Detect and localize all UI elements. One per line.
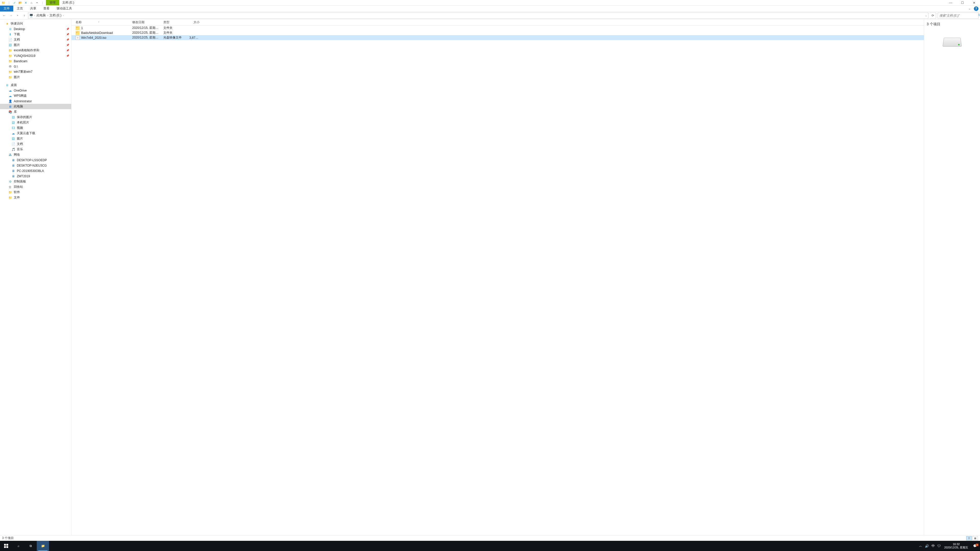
col-name[interactable]: 名称 ⌃ [72,20,128,24]
view-icons-button[interactable]: ▦ [972,536,978,540]
sidebar-item-documents[interactable]: 📄文档📌 [0,37,71,42]
search-icon[interactable]: 🔍 [978,14,980,17]
table-row[interactable]: 📁12020/12/15, 星期二 1...文件夹 [72,25,924,30]
videos-icon: 🎞 [11,126,15,130]
search-box[interactable]: 🔍 [938,13,978,19]
sidebar-item-gdrive[interactable]: ⛃G:\ [0,64,71,69]
pin-icon: 📌 [66,54,69,57]
crumb-this-pc[interactable]: 此电脑 [36,13,46,17]
sidebar-item-this-pc[interactable]: 🖥此电脑 [0,104,71,109]
refresh-button[interactable]: ⟳ [929,13,936,19]
folder-icon: 📁 [8,59,12,63]
taskbar-clock[interactable]: 16:32 2020/12/25, 星期五 [943,543,970,549]
sidebar-desktop-root[interactable]: 🖥桌面 [0,83,71,88]
nav-up-button[interactable]: ↑ [21,13,27,18]
sidebar-item-pictures2[interactable]: 📁图片 [0,75,71,80]
sidebar-item-excel[interactable]: 📁excel表格制作求和📌 [0,48,71,53]
folder-icon: 📁 [76,31,80,35]
ribbon-context-tab-manage[interactable]: 管理 [46,0,59,5]
sidebar-quick-access[interactable]: ★快速访问 [0,21,71,26]
sidebar-item-pictures[interactable]: 🖼图片📌 [0,42,71,48]
col-type[interactable]: 类型 [159,20,185,24]
tray-chevron-up-icon[interactable]: ︿ [919,544,922,548]
breadcrumb[interactable]: 🖥️ › 此电脑 › 文档 (E:) › ⌄ [28,13,928,19]
sidebar-item-files[interactable]: 📁文件 [0,195,71,200]
file-date: 2020/12/15, 星期二 1... [128,26,159,30]
action-center-button[interactable]: 💬 3 [970,544,980,548]
sidebar-item-control-panel[interactable]: ⚙控制面板 [0,179,71,184]
chevron-right-icon[interactable]: › [34,14,35,17]
sidebar-item-bandicam[interactable]: 📁Bandicam [0,59,71,64]
breadcrumb-dropdown-icon[interactable]: ⌄ [925,14,927,17]
sidebar-item-localpics[interactable]: 🖼本机照片 [0,120,71,125]
qat-newfolder-icon[interactable]: 📂 [18,0,22,5]
close-button[interactable]: ✕ [968,0,980,5]
sidebar-item-desktop[interactable]: 🖥Desktop📌 [0,26,71,32]
sidebar-item-pc4[interactable]: 🖥ZMT2019 [0,173,71,179]
ime-indicator[interactable]: 中 [932,544,935,548]
volume-icon[interactable]: 🔊 [925,544,929,548]
file-name: BaiduNetdiskDownload [81,31,113,35]
minimize-button[interactable]: — [945,0,956,5]
navigation-pane[interactable]: ★快速访问 🖥Desktop📌 ⬇下载📌 📄文档📌 🖼图片📌 📁excel表格制… [0,19,72,535]
chevron-right-icon[interactable]: › [62,14,64,17]
tab-file[interactable]: 文件 [0,6,13,11]
file-list[interactable]: 📁12020/12/15, 星期二 1...文件夹📁BaiduNetdiskDo… [72,25,924,535]
sidebar-item-savedpics[interactable]: 🖼保存的图片 [0,114,71,120]
sidebar-item-recycle-bin[interactable]: 🗑回收站 [0,184,71,189]
sidebar-item-label: 图片 [17,137,23,141]
sidebar-item-libraries[interactable]: 📚库 [0,109,71,114]
table-row[interactable]: 📁BaiduNetdiskDownload2020/12/25, 星期五 1..… [72,30,924,35]
music-icon: 🎵 [11,148,15,151]
sidebar-item-win7re[interactable]: 📁win7重装win7 [0,69,71,75]
sidebar-item-yunqishi[interactable]: 📁YUNQISHI2019📌 [0,53,71,59]
tab-share[interactable]: 共享 [27,6,40,11]
chevron-right-icon[interactable]: › [47,14,48,17]
nav-back-button[interactable]: ← [2,13,7,18]
explorer-window: 📁 | ✓ 📂 ✕ ⎌ ▾ | 管理 文档 (E:) — ☐ ✕ 文件 主页 共… [0,0,980,541]
qat-dropdown-icon[interactable]: ▾ [35,0,39,5]
table-row[interactable]: ◎Win7x64_2020.iso2020/12/25, 星期五 1...光盘映… [72,35,924,40]
sidebar-item-libpics[interactable]: 🖼图片 [0,136,71,141]
qat-properties-icon[interactable]: ✓ [12,0,17,5]
taskbar-explorer-button[interactable]: 📁 [37,541,49,551]
col-size[interactable]: 大小 [185,20,204,24]
sidebar-item-pc1[interactable]: 🖥DESKTOP-LSSOEDP [0,157,71,163]
nav-forward-button[interactable]: → [8,13,14,18]
sidebar-item-wps[interactable]: ☁WPS网盘 [0,93,71,98]
sidebar-item-pc3[interactable]: 🖥PC-20190530OBLA [0,168,71,173]
sidebar-item-videos[interactable]: 🎞视频 [0,125,71,130]
pin-icon: 📌 [66,44,69,46]
tab-view[interactable]: 查看 [40,6,53,11]
sidebar-item-administrator[interactable]: 👤Administrator [0,98,71,104]
qat-undo-icon[interactable]: ⎌ [29,0,34,5]
app-icon[interactable]: 📁 [1,0,6,5]
ribbon-expand-icon[interactable]: ⌄ [967,6,972,11]
nav-history-dropdown[interactable]: ▾ [15,13,21,18]
task-view-button[interactable]: ⧉ [24,541,37,551]
sidebar-item-software[interactable]: 📁软件 [0,189,71,195]
crumb-drive-e[interactable]: 文档 (E:) [49,13,62,17]
search-input[interactable] [939,14,978,17]
col-date[interactable]: 修改日期 [128,20,159,24]
taskbar-search-button[interactable]: ⌕ [12,541,24,551]
start-button[interactable] [0,541,12,551]
sidebar-item-onedrive[interactable]: ☁OneDrive [0,88,71,93]
taskbar[interactable]: ⌕ ⧉ 📁 ︿ 🔊 中 🛡 16:32 2020/12/25, 星期五 💬 3 [0,541,980,551]
help-icon[interactable]: ? [974,6,978,11]
security-icon[interactable]: 🛡 [937,544,941,548]
pictures-icon: 🖼 [11,121,15,125]
sidebar-item-downloads[interactable]: ⬇下载📌 [0,32,71,37]
tab-home[interactable]: 主页 [13,6,27,11]
sidebar-item-pc2[interactable]: 🖥DESKTOP-NJEU3CG [0,163,71,168]
qat-delete-icon[interactable]: ✕ [24,0,28,5]
sidebar-item-network[interactable]: 🖧网络 [0,152,71,157]
sidebar-item-libdocs[interactable]: 📄文档 [0,141,71,147]
maximize-button[interactable]: ☐ [956,0,968,5]
sidebar-item-tianyi[interactable]: ☁天翼云盘下载 [0,130,71,136]
column-headers: 名称 ⌃ 修改日期 类型 大小 [72,19,924,25]
sidebar-item-libmusic[interactable]: 🎵音乐 [0,147,71,152]
col-label: 名称 [76,21,82,24]
tab-drive-tools[interactable]: 驱动器工具 [53,6,76,11]
view-details-button[interactable]: ☰ [966,536,972,540]
